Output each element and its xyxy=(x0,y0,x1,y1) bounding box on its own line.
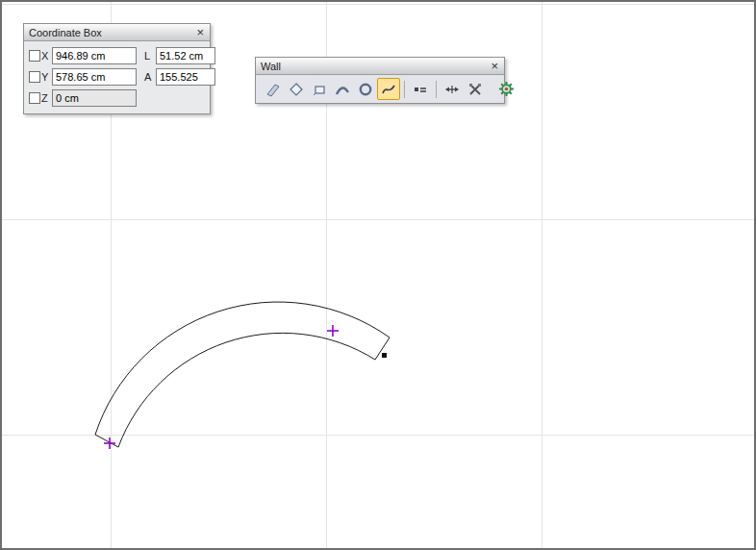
spline-wall-icon xyxy=(381,82,396,97)
straight-wall-button[interactable] xyxy=(262,78,285,100)
y-input[interactable] xyxy=(52,68,137,86)
spline-wall-button[interactable] xyxy=(377,78,400,100)
coordinate-box-body: X L Y A Z xyxy=(24,41,210,113)
rectangular-wall-icon xyxy=(312,82,327,97)
coordinate-box-close-icon[interactable]: × xyxy=(195,26,205,38)
intersection-icon xyxy=(467,82,483,97)
x-input[interactable] xyxy=(52,47,137,64)
z-input[interactable] xyxy=(52,89,137,107)
l-label: L xyxy=(144,50,156,62)
coordinate-box-title: Coordinate Box xyxy=(29,27,102,38)
single-geometry-icon xyxy=(413,82,428,97)
wall-toolbar-title: Wall xyxy=(261,61,281,72)
rectangular-wall-button[interactable] xyxy=(308,78,331,100)
wall-toolbar-close-icon[interactable]: × xyxy=(490,60,499,72)
z-checkbox[interactable] xyxy=(29,92,40,104)
chained-wall-button[interactable] xyxy=(285,78,308,100)
toolbar-separator xyxy=(404,81,405,98)
settings-gear-icon xyxy=(498,81,515,97)
circular-wall-button[interactable] xyxy=(354,78,377,100)
coordinate-row-z: Z xyxy=(29,88,205,109)
curved-wall-icon xyxy=(335,82,350,97)
straight-wall-icon xyxy=(265,82,281,97)
wall-toolbar-titlebar[interactable]: Wall × xyxy=(256,58,504,75)
toolbar-separator xyxy=(436,81,437,98)
curved-wall-button[interactable] xyxy=(331,78,354,100)
x-label: X xyxy=(41,50,52,62)
wall-end-node[interactable] xyxy=(382,353,387,358)
z-label: Z xyxy=(41,92,52,104)
circular-wall-icon xyxy=(358,82,373,97)
coordinate-box-titlebar[interactable]: Coordinate Box × xyxy=(24,24,210,41)
reference-line-icon xyxy=(444,82,460,97)
coordinate-row-x: X L xyxy=(29,45,205,66)
intersection-button[interactable] xyxy=(464,78,487,100)
settings-gear-button[interactable] xyxy=(494,78,517,100)
l-input[interactable] xyxy=(156,47,215,64)
wall-toolbar: Wall × xyxy=(255,57,505,104)
a-input[interactable] xyxy=(156,68,215,86)
reference-line-button[interactable] xyxy=(441,78,464,100)
x-checkbox[interactable] xyxy=(29,50,40,62)
wall-toolbar-body xyxy=(256,75,504,103)
a-label: A xyxy=(144,71,156,83)
y-label: Y xyxy=(41,71,52,83)
chained-wall-icon xyxy=(289,82,304,97)
coordinate-box-palette: Coordinate Box × X L Y A Z xyxy=(23,23,211,114)
curved-wall[interactable] xyxy=(95,302,390,447)
coordinate-row-y: Y A xyxy=(29,66,205,88)
y-checkbox[interactable] xyxy=(29,71,40,83)
single-geometry-button[interactable] xyxy=(409,78,432,100)
